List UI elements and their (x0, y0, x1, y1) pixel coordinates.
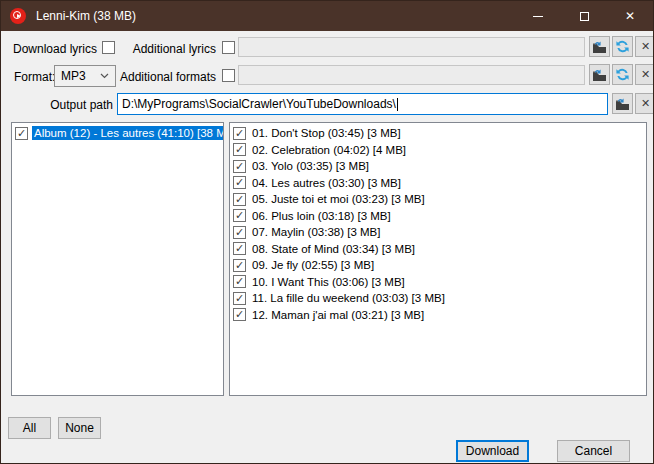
additional-formats-checkbox[interactable] (222, 69, 235, 82)
formats-browse-button[interactable] (589, 64, 610, 85)
additional-lyrics-label: Additional lyrics (121, 42, 216, 56)
list-item[interactable]: 10. I Want This (03:06) [3 MB] (230, 274, 646, 291)
item-checkbox[interactable] (233, 259, 246, 272)
item-label: 11. La fille du weekend (03:03) [3 MB] (250, 291, 447, 305)
output-path-label: Output path (31, 98, 113, 112)
lyrics-clear-button[interactable]: ✕ (635, 36, 654, 57)
item-checkbox[interactable] (233, 292, 246, 305)
download-lyrics-label: Download lyrics (11, 42, 97, 56)
item-label: 12. Maman j'ai mal (03:21) [3 MB] (250, 308, 426, 322)
item-checkbox[interactable] (15, 127, 28, 140)
list-item[interactable]: 08. State of Mind (03:34) [3 MB] (230, 241, 646, 258)
list-item[interactable]: 06. Plus loin (03:18) [3 MB] (230, 208, 646, 225)
formats-clear-button[interactable]: ✕ (635, 64, 654, 85)
item-label: 02. Celebration (04:02) [4 MB] (250, 143, 408, 157)
lyrics-refresh-button[interactable] (612, 36, 633, 57)
select-none-button[interactable]: None (58, 417, 101, 439)
item-label: 05. Juste toi et moi (03:23) [3 MB] (250, 192, 427, 206)
refresh-icon (615, 67, 630, 82)
chevron-down-icon (100, 73, 109, 79)
list-item[interactable]: 11. La fille du weekend (03:03) [3 MB] (230, 290, 646, 307)
cancel-button[interactable]: Cancel (557, 440, 630, 462)
list-item[interactable]: 02. Celebration (04:02) [4 MB] (230, 142, 646, 159)
additional-lyrics-checkbox[interactable] (222, 41, 235, 54)
output-path-value: D:\MyPrograms\SocialCrawler\YouTubeDownl… (122, 97, 396, 111)
item-label: Album (12) - Les autres (41:10) [38 MB] (32, 126, 224, 140)
item-label: 03. Yolo (03:35) [3 MB] (250, 159, 371, 173)
list-item[interactable]: 07. Maylin (03:38) [3 MB] (230, 224, 646, 241)
maximize-button[interactable] (561, 1, 607, 31)
item-checkbox[interactable] (233, 308, 246, 321)
item-checkbox[interactable] (233, 176, 246, 189)
close-button[interactable]: ✕ (607, 1, 653, 31)
app-window: Lenni-Kim (38 MB) ✕ Download lyrics Addi… (0, 0, 654, 464)
folder-open-icon (592, 40, 607, 54)
format-label: Format: (14, 70, 54, 84)
window-title: Lenni-Kim (38 MB) (36, 9, 136, 23)
item-checkbox[interactable] (233, 209, 246, 222)
item-label: 07. Maylin (03:38) [3 MB] (250, 225, 382, 239)
titlebar: Lenni-Kim (38 MB) ✕ (1, 1, 653, 31)
download-button[interactable]: Download (456, 440, 529, 462)
item-label: 04. Les autres (03:30) [3 MB] (250, 176, 403, 190)
item-checkbox[interactable] (233, 226, 246, 239)
additional-lyrics-field (238, 37, 585, 57)
clear-x-icon: ✕ (641, 98, 650, 109)
item-checkbox[interactable] (233, 275, 246, 288)
close-icon: ✕ (625, 10, 635, 22)
album-list[interactable]: Album (12) - Les autres (41:10) [38 MB] (11, 122, 224, 396)
additional-formats-field (238, 65, 585, 85)
item-label: 09. Je fly (02:55) [3 MB] (250, 258, 376, 272)
refresh-icon (615, 39, 630, 54)
folder-open-icon (592, 68, 607, 82)
format-value: MP3 (61, 69, 86, 83)
list-item[interactable]: 05. Juste toi et moi (03:23) [3 MB] (230, 191, 646, 208)
window-controls: ✕ (515, 1, 653, 31)
formats-refresh-button[interactable] (612, 64, 633, 85)
download-lyrics-checkbox[interactable] (102, 41, 115, 54)
clear-x-icon: ✕ (641, 41, 650, 52)
output-path-clear-button[interactable]: ✕ (635, 93, 654, 114)
additional-formats-label: Additional formats (116, 70, 216, 84)
track-list[interactable]: 01. Don't Stop (03:45) [3 MB]02. Celebra… (229, 122, 647, 396)
item-checkbox[interactable] (233, 143, 246, 156)
output-path-browse-button[interactable] (612, 93, 633, 114)
list-item[interactable]: 12. Maman j'ai mal (03:21) [3 MB] (230, 307, 646, 324)
app-icon (10, 8, 26, 24)
folder-open-icon (615, 97, 630, 111)
minimize-icon (533, 16, 543, 17)
output-path-input[interactable]: D:\MyPrograms\SocialCrawler\YouTubeDownl… (117, 93, 608, 115)
list-item[interactable]: Album (12) - Les autres (41:10) [38 MB] (12, 125, 223, 142)
item-label: 10. I Want This (03:06) [3 MB] (250, 275, 407, 289)
item-label: 08. State of Mind (03:34) [3 MB] (250, 242, 417, 256)
item-label: 01. Don't Stop (03:45) [3 MB] (250, 126, 403, 140)
item-checkbox[interactable] (233, 127, 246, 140)
list-item[interactable]: 01. Don't Stop (03:45) [3 MB] (230, 125, 646, 142)
list-item[interactable]: 03. Yolo (03:35) [3 MB] (230, 158, 646, 175)
minimize-button[interactable] (515, 1, 561, 31)
format-select[interactable]: MP3 (54, 65, 116, 87)
item-checkbox[interactable] (233, 242, 246, 255)
clear-x-icon: ✕ (641, 69, 650, 80)
select-all-button[interactable]: All (8, 417, 51, 439)
item-checkbox[interactable] (233, 193, 246, 206)
text-caret (397, 98, 398, 111)
maximize-icon (580, 12, 589, 21)
lyrics-browse-button[interactable] (589, 36, 610, 57)
list-item[interactable]: 09. Je fly (02:55) [3 MB] (230, 257, 646, 274)
list-item[interactable]: 04. Les autres (03:30) [3 MB] (230, 175, 646, 192)
item-label: 06. Plus loin (03:18) [3 MB] (250, 209, 393, 223)
item-checkbox[interactable] (233, 160, 246, 173)
